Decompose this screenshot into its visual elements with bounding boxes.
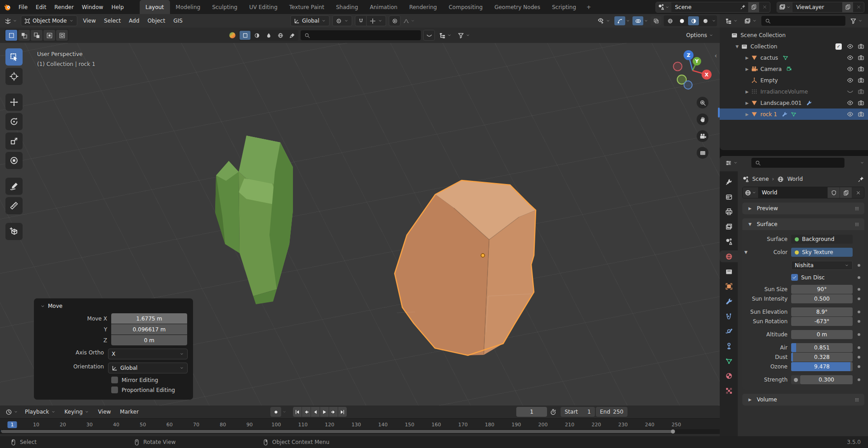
blender-logo-icon[interactable] xyxy=(4,3,12,11)
animate-dot[interactable] xyxy=(858,356,860,358)
property-value-field[interactable]: 0.328 xyxy=(791,353,853,362)
frame-tick[interactable]: 150 xyxy=(405,422,415,428)
chevron-down-icon[interactable] xyxy=(712,19,716,23)
render-visibility-icon[interactable] xyxy=(858,99,864,106)
shading-wireframe-button[interactable] xyxy=(665,16,675,25)
editor-type-button[interactable] xyxy=(3,16,19,26)
surface-shader-field[interactable]: Background xyxy=(791,235,853,244)
play-button[interactable] xyxy=(320,407,329,417)
object-name[interactable]: IrradianceVolume xyxy=(760,89,808,95)
frame-end-field[interactable]: End250 xyxy=(596,407,627,417)
frame-tick[interactable]: 70 xyxy=(193,422,199,428)
jump-to-start-button[interactable] xyxy=(293,407,302,417)
viewport-menu[interactable]: Add xyxy=(125,16,143,26)
viewport-menu[interactable]: Select xyxy=(100,16,125,26)
pin-icon[interactable] xyxy=(858,176,864,183)
expand-arrow[interactable]: ▼ xyxy=(733,44,741,49)
object-name[interactable]: Collection xyxy=(750,43,777,50)
workspace-tab[interactable]: UV Editing xyxy=(243,0,283,14)
render-visibility-icon[interactable] xyxy=(858,43,864,50)
pin-scene-button[interactable] xyxy=(737,2,748,12)
animate-dot[interactable] xyxy=(858,346,860,349)
viewport-menu[interactable]: Object xyxy=(143,16,169,26)
object-name[interactable]: Landscape.001 xyxy=(760,100,802,106)
current-frame-field[interactable]: 1 xyxy=(516,407,547,417)
timeline-scrollbar[interactable]: › xyxy=(0,429,720,434)
gizmos-toggle[interactable] xyxy=(614,16,625,25)
visibility-dropdown[interactable] xyxy=(596,16,612,26)
topbar-menu[interactable]: File xyxy=(14,2,32,12)
frame-tick[interactable]: 20 xyxy=(60,422,66,428)
frame-tick[interactable]: 60 xyxy=(166,422,173,428)
value-decorator-button[interactable] xyxy=(791,375,800,384)
property-value-field[interactable]: 0.300 xyxy=(800,375,853,384)
select-mode-button[interactable] xyxy=(31,30,42,41)
properties-editor-type-button[interactable] xyxy=(723,158,740,168)
viewlayer-name[interactable]: ViewLayer xyxy=(793,4,842,10)
slot-fluid-button[interactable] xyxy=(263,31,274,40)
expand-arrow[interactable]: ▶ xyxy=(743,90,751,94)
orthographic-button[interactable] xyxy=(697,147,708,159)
tab-object-data[interactable] xyxy=(720,355,738,367)
workspace-tab[interactable]: Geometry Nodes xyxy=(489,0,546,14)
timeline-editor-type-button[interactable] xyxy=(4,407,20,417)
frame-tick[interactable]: 140 xyxy=(378,422,388,428)
shading-solid-button[interactable] xyxy=(676,16,687,25)
frame-tick[interactable]: 180 xyxy=(485,422,495,428)
workspace-tab[interactable]: Modeling xyxy=(170,0,207,14)
frame-tick[interactable]: 200 xyxy=(538,422,548,428)
scene-browse-button[interactable] xyxy=(656,2,671,12)
prev-keyframe-button[interactable] xyxy=(302,407,311,417)
jump-to-end-button[interactable] xyxy=(338,407,347,417)
drag-grip-icon[interactable] xyxy=(854,205,860,212)
sky-model-dropdown[interactable]: Nishita xyxy=(791,261,853,270)
render-visibility-icon[interactable] xyxy=(858,77,864,84)
camera-view-button[interactable] xyxy=(697,130,708,142)
viewport-menu[interactable]: View xyxy=(79,16,100,26)
world-name-field[interactable]: World xyxy=(758,187,827,198)
select-mode-button[interactable] xyxy=(56,30,68,41)
tab-material[interactable] xyxy=(720,370,738,382)
frame-tick[interactable]: 30 xyxy=(86,422,93,428)
render-visibility-icon[interactable] xyxy=(858,66,864,72)
properties-search-input[interactable] xyxy=(751,158,844,168)
slot-half-button[interactable] xyxy=(251,31,262,40)
tab-scene[interactable] xyxy=(720,236,738,247)
timeline-menu[interactable]: Marker xyxy=(116,407,142,417)
visibility-eye-icon[interactable] xyxy=(847,88,854,95)
animate-dot[interactable] xyxy=(858,297,860,300)
move-axis-value[interactable]: 1.6775 m xyxy=(111,313,187,324)
frame-tick[interactable]: 80 xyxy=(220,422,226,428)
frame-tick[interactable]: 90 xyxy=(246,422,253,428)
workspace-tab[interactable]: Animation xyxy=(364,0,403,14)
outliner-filter-button[interactable] xyxy=(848,16,864,26)
new-world-button[interactable] xyxy=(840,187,852,198)
workspace-tab[interactable]: Compositing xyxy=(443,0,488,14)
timeline-ruler[interactable]: 1 10 20 30 40 50 60 70 80 90 100 11 xyxy=(0,418,720,429)
animate-dot[interactable] xyxy=(858,311,860,313)
toolbar-button[interactable] xyxy=(5,113,23,130)
frame-tick[interactable]: 100 xyxy=(272,422,281,428)
outliner-row[interactable]: ▶ cactus ✓ xyxy=(720,52,868,63)
new-viewlayer-button[interactable] xyxy=(842,2,853,12)
workspace-tab[interactable]: Shading xyxy=(330,0,364,14)
select-mode-button[interactable] xyxy=(5,30,17,41)
outliner-row[interactable]: Empty ✓ xyxy=(720,75,868,86)
collection-checkbox[interactable]: ✓ xyxy=(835,43,842,50)
add-workspace-button[interactable]: + xyxy=(582,0,595,14)
color-texture-field[interactable]: Sky Texture xyxy=(791,248,853,257)
orientation-selector[interactable]: Global xyxy=(290,15,330,26)
expand-arrow[interactable]: ▶ xyxy=(743,56,751,60)
falloff-selector[interactable] xyxy=(401,15,417,26)
move-axis-value[interactable]: 0 m xyxy=(111,335,187,345)
checkbox-unchecked[interactable] xyxy=(111,377,118,383)
expand-arrow[interactable]: ▶ xyxy=(743,67,751,71)
tab-modifiers[interactable] xyxy=(720,295,738,307)
options-dropdown[interactable]: Options xyxy=(686,32,713,38)
tab-render[interactable] xyxy=(720,191,738,203)
scene-name[interactable]: Scene xyxy=(671,4,737,10)
move-panel-header[interactable]: Move xyxy=(39,302,188,313)
tab-world[interactable] xyxy=(720,250,738,262)
object-name[interactable]: cactus xyxy=(760,55,778,61)
navigation-gizmo[interactable]: Z Y X xyxy=(665,47,719,96)
